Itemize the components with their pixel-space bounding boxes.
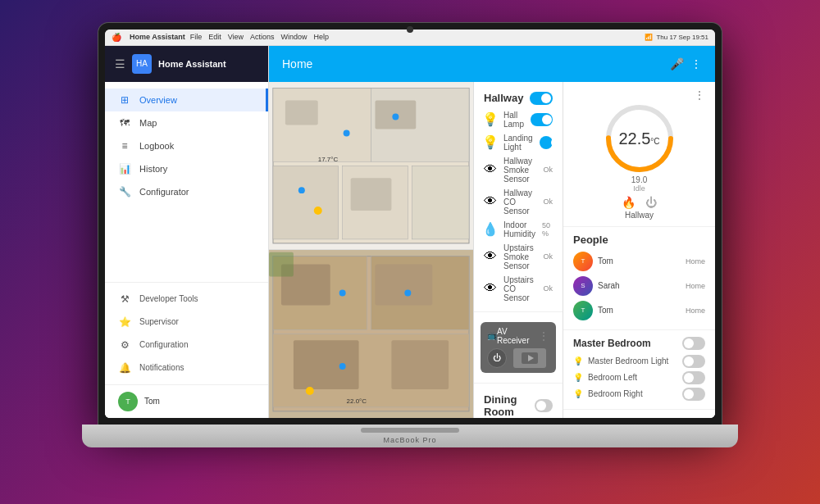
person-status: Home <box>686 306 705 315</box>
hallway-toggle[interactable] <box>530 92 553 105</box>
configurator-icon: 🔧 <box>118 185 131 198</box>
svg-rect-21 <box>294 340 359 389</box>
hallway-title: Hallway <box>484 92 523 104</box>
sensor-icon: 👁 <box>484 163 497 176</box>
overview-icon: ⊞ <box>118 93 131 107</box>
floorplan-area: 17.7°C <box>269 82 474 418</box>
device-row: 💧 Indoor Humidity 50 % <box>474 218 563 241</box>
menu-edit[interactable]: Edit <box>208 33 221 41</box>
master-bedroom-toggle[interactable] <box>682 337 705 350</box>
ha-logo: HA <box>132 54 152 74</box>
device-status: Ok <box>543 252 553 261</box>
person-row: T Tom Home <box>573 249 705 274</box>
menu-view[interactable]: View <box>228 33 244 41</box>
device-name: Hall Lamp <box>503 111 524 129</box>
hamburger-icon[interactable]: ☰ <box>115 57 125 70</box>
sidebar-item-history[interactable]: 📊 History <box>105 157 268 180</box>
thermostat-state: Idle <box>573 184 705 193</box>
av-power-button[interactable]: ⏻ <box>487 348 507 368</box>
svg-point-24 <box>339 289 346 296</box>
app-container: ☰ HA Home Assistant ⊞ Overview 🗺 Map <box>105 46 715 418</box>
sidebar-item-configurator[interactable]: 🔧 Configurator <box>105 180 268 203</box>
av-more-icon[interactable]: ⋮ <box>538 329 549 343</box>
people-title: People <box>573 234 705 246</box>
datetime: Thu 17 Sep 19:51 <box>656 34 708 41</box>
sidebar-item-map[interactable]: 🗺 Map <box>105 111 268 134</box>
thermostat-readout: 22.5°C <box>618 129 659 148</box>
laptop-shell: 🍎 Home Assistant File Edit View Actions … <box>74 23 746 482</box>
device-name: Hallway CO Sensor <box>503 188 536 216</box>
menubar-right: 📶 Thu 17 Sep 19:51 <box>645 34 708 41</box>
menu-items: File Edit View Actions Window Help <box>190 33 640 41</box>
person-name: Tom <box>598 257 681 266</box>
mb-device-row: 💡 Bedroom Left <box>573 370 705 386</box>
person-status: Home <box>686 257 705 266</box>
svg-rect-20 <box>375 265 432 306</box>
svg-point-27 <box>306 387 314 395</box>
sensor-icon: 👁 <box>484 250 497 263</box>
mb-lamp-icon: 💡 <box>573 373 583 382</box>
device-name: Hallway Smoke Sensor <box>503 157 536 184</box>
master-bedroom-light-toggle[interactable] <box>682 355 705 368</box>
device-row: 👁 Upstairs CO Sensor Ok <box>474 273 563 305</box>
menu-help[interactable]: Help <box>314 33 330 41</box>
thermostat-card: ⋮ 22.5°C <box>563 82 715 227</box>
device-row: 👁 Hallway Smoke Sensor Ok <box>474 154 563 186</box>
mb-device-name: Bedroom Left <box>588 373 677 382</box>
mb-device-row: 💡 Bedroom Right <box>573 386 705 402</box>
sidebar-item-logbook[interactable]: ≡ Logbook <box>105 134 268 157</box>
configurator-label: Configurator <box>139 187 189 197</box>
mb-device-name: Master Bedroom Light <box>588 356 677 366</box>
sidebar-item-overview[interactable]: ⊞ Overview <box>105 89 268 111</box>
content-header: Home 🎤 ⋮ <box>269 46 715 82</box>
power-icon[interactable]: ⏻ <box>645 196 657 209</box>
supervisor-label: Supervisor <box>139 317 179 326</box>
svg-text:22.0°C: 22.0°C <box>347 397 367 405</box>
apple-menu[interactable]: 🍎 <box>112 33 121 42</box>
sidebar-item-devtools[interactable]: ⚒ Developer Tools <box>105 288 268 311</box>
humidity-icon: 💧 <box>484 223 497 236</box>
dining-room-toggle[interactable] <box>535 399 553 412</box>
bedroom-left-toggle[interactable] <box>682 371 705 384</box>
thermostat-name: Hallway <box>573 211 705 220</box>
thermostat-controls: 🔥 ⏻ <box>573 196 705 209</box>
person-avatar: S <box>573 276 593 296</box>
svg-point-26 <box>339 363 346 370</box>
person-avatar: T <box>573 252 593 271</box>
sidebar: ☰ HA Home Assistant ⊞ Overview 🗺 Map <box>105 46 269 418</box>
device-name: Upstairs CO Sensor <box>503 275 536 302</box>
sidebar-header: ☰ HA Home Assistant <box>105 46 268 82</box>
sidebar-user[interactable]: T Tom <box>105 384 268 418</box>
thermostat-more-icon[interactable]: ⋮ <box>694 89 705 102</box>
hall-lamp-toggle[interactable] <box>531 113 553 126</box>
map-icon: 🗺 <box>118 116 131 129</box>
user-avatar: T <box>118 392 138 411</box>
mb-device-name: Bedroom Right <box>588 389 677 398</box>
bedroom-right-toggle[interactable] <box>682 388 705 401</box>
landing-light-toggle[interactable] <box>540 136 553 149</box>
hallway-title-row: Hallway <box>474 89 563 108</box>
laptop-base: MacBook Pro <box>82 425 738 447</box>
mic-icon[interactable]: 🎤 <box>670 57 684 70</box>
sidebar-title: Home Assistant <box>158 59 226 69</box>
menu-file[interactable]: File <box>190 33 203 41</box>
master-bedroom-title: Master Bedroom <box>573 338 651 349</box>
thermostat-setpoint: 19.0 <box>573 175 705 184</box>
person-avatar: T <box>573 301 593 320</box>
sidebar-item-configuration[interactable]: ⚙ Configuration <box>105 334 268 356</box>
more-options-icon[interactable]: ⋮ <box>690 57 702 70</box>
menu-actions[interactable]: Actions <box>250 33 275 41</box>
sidebar-item-supervisor[interactable]: ⭐ Supervisor <box>105 311 268 334</box>
notifications-icon: 🔔 <box>118 361 131 375</box>
app-menu-name[interactable]: Home Assistant <box>130 33 185 41</box>
av-card-header: 📺 AV Receiver ⋮ <box>487 327 549 345</box>
sidebar-item-notifications[interactable]: 🔔 Notifications <box>105 356 268 379</box>
av-receiver-card: 📺 AV Receiver ⋮ ⏻ <box>481 322 556 373</box>
dining-room-title-row: Dining Room <box>474 390 563 418</box>
device-row: 💡 Hall Lamp <box>474 108 563 131</box>
macbook-label: MacBook Pro <box>383 436 436 444</box>
dining-room-title: Dining Room <box>484 393 535 418</box>
menu-window[interactable]: Window <box>281 33 308 41</box>
map-label: Map <box>139 118 157 128</box>
av-media-display <box>513 348 546 368</box>
